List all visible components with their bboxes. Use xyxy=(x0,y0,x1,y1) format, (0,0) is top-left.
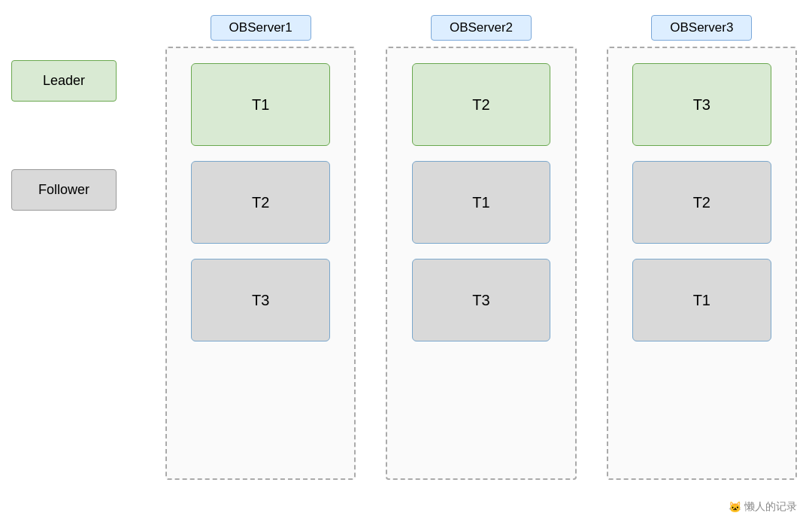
legend-follower-label: Follower xyxy=(38,182,89,198)
legend-follower: Follower xyxy=(11,169,117,211)
tablet-s1-t3: T3 xyxy=(191,259,330,341)
tablet-s1-t1: T1 xyxy=(191,63,330,146)
server-column-1: OBServer1T1T2T3 xyxy=(165,15,356,480)
tablet-s3-t3: T1 xyxy=(632,259,771,341)
legend-leader-label: Leader xyxy=(43,73,85,89)
watermark-icon: 🐱 xyxy=(729,501,741,513)
tablet-s2-t1: T2 xyxy=(412,63,551,146)
server-column-2: OBServer2T2T1T3 xyxy=(386,15,576,480)
tablet-s2-t2: T1 xyxy=(412,161,551,244)
server-body-2: T2T1T3 xyxy=(386,47,576,480)
tablet-s1-t2: T2 xyxy=(191,161,330,244)
tablet-s3-t1: T3 xyxy=(632,63,771,146)
server-header-3: OBServer3 xyxy=(651,15,752,41)
canvas: Leader Follower OBServer1T1T2T3OBServer2… xyxy=(0,0,812,525)
servers-area: OBServer1T1T2T3OBServer2T2T1T3OBServer3T… xyxy=(165,15,797,480)
tablet-s2-t3: T3 xyxy=(412,259,551,341)
legend: Leader Follower xyxy=(11,60,117,211)
tablet-s3-t2: T2 xyxy=(632,161,771,244)
legend-leader: Leader xyxy=(11,60,117,102)
watermark: 🐱 懒人的记录 xyxy=(729,500,797,514)
server-column-3: OBServer3T3T2T1 xyxy=(607,15,797,480)
server-header-1: OBServer1 xyxy=(211,15,311,41)
server-header-2: OBServer2 xyxy=(431,15,532,41)
server-body-3: T3T2T1 xyxy=(607,47,797,480)
watermark-text: 懒人的记录 xyxy=(744,500,797,514)
server-body-1: T1T2T3 xyxy=(165,47,356,480)
